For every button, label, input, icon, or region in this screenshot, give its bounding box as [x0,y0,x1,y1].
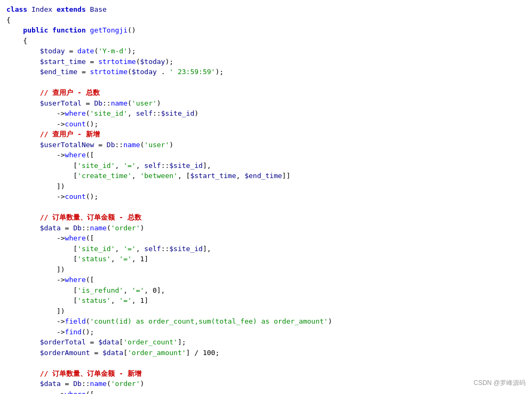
code-content: class Index extends Base { public functi… [6,5,332,394]
code-editor: class Index extends Base { public functi… [0,0,532,394]
code-block: class Index extends Base { public functi… [6,4,526,394]
watermark-label: CSDN @罗峰源码 [473,379,526,387]
watermark-text: CSDN @罗峰源码 [473,378,526,388]
